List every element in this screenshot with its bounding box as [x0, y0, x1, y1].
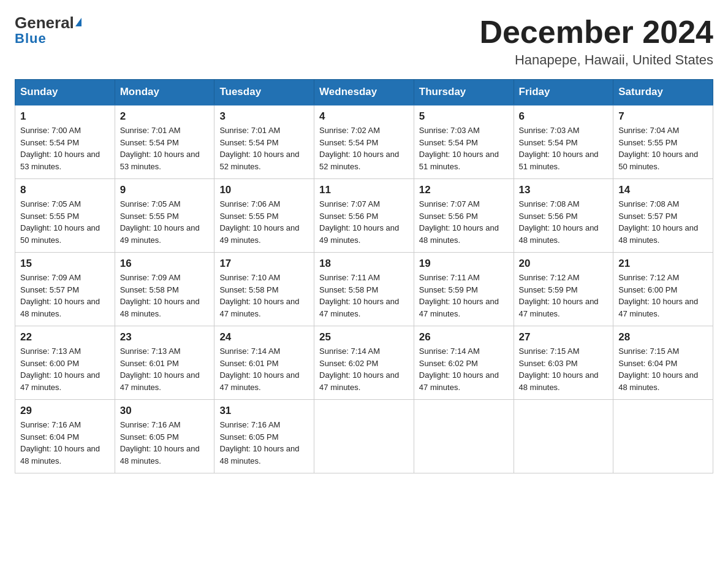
day-info: Sunrise: 7:13 AMSunset: 6:01 PMDaylight:… — [120, 345, 210, 393]
day-info: Sunrise: 7:16 AMSunset: 6:05 PMDaylight:… — [120, 419, 210, 467]
day-info: Sunrise: 7:07 AMSunset: 5:56 PMDaylight:… — [319, 198, 409, 246]
day-info: Sunrise: 7:00 AMSunset: 5:54 PMDaylight:… — [20, 124, 110, 172]
day-number: 7 — [618, 110, 708, 123]
calendar-cell: 7Sunrise: 7:04 AMSunset: 5:55 PMDaylight… — [613, 105, 713, 179]
day-number: 13 — [519, 184, 609, 196]
calendar-cell: 13Sunrise: 7:08 AMSunset: 5:56 PMDayligh… — [514, 179, 613, 253]
day-info: Sunrise: 7:05 AMSunset: 5:55 PMDaylight:… — [120, 198, 210, 246]
day-number: 25 — [319, 331, 409, 343]
day-number: 12 — [419, 184, 509, 196]
day-info: Sunrise: 7:16 AMSunset: 6:05 PMDaylight:… — [219, 419, 309, 467]
day-info: Sunrise: 7:01 AMSunset: 5:54 PMDaylight:… — [120, 124, 210, 172]
day-number: 23 — [120, 331, 210, 343]
calendar-cell: 25Sunrise: 7:14 AMSunset: 6:02 PMDayligh… — [314, 326, 414, 400]
day-number: 6 — [519, 110, 609, 123]
calendar-cell — [414, 400, 514, 473]
day-info: Sunrise: 7:09 AMSunset: 5:57 PMDaylight:… — [20, 272, 110, 320]
day-info: Sunrise: 7:03 AMSunset: 5:54 PMDaylight:… — [519, 124, 609, 172]
calendar-cell: 26Sunrise: 7:14 AMSunset: 6:02 PMDayligh… — [414, 326, 514, 400]
calendar-cell — [613, 400, 713, 473]
calendar-cell: 20Sunrise: 7:12 AMSunset: 5:59 PMDayligh… — [514, 253, 613, 326]
header-monday: Monday — [115, 80, 214, 105]
day-number: 2 — [120, 110, 210, 123]
month-title: December 2024 — [479, 15, 713, 50]
header-friday: Friday — [514, 80, 613, 105]
day-info: Sunrise: 7:11 AMSunset: 5:59 PMDaylight:… — [419, 272, 509, 320]
day-info: Sunrise: 7:01 AMSunset: 5:54 PMDaylight:… — [219, 124, 309, 172]
calendar-cell: 15Sunrise: 7:09 AMSunset: 5:57 PMDayligh… — [15, 253, 115, 326]
logo-triangle-icon — [75, 18, 82, 26]
calendar-cell: 18Sunrise: 7:11 AMSunset: 5:58 PMDayligh… — [314, 253, 414, 326]
day-info: Sunrise: 7:04 AMSunset: 5:55 PMDaylight:… — [618, 124, 708, 172]
day-number: 26 — [419, 331, 509, 343]
calendar-cell: 6Sunrise: 7:03 AMSunset: 5:54 PMDaylight… — [514, 105, 613, 179]
day-info: Sunrise: 7:14 AMSunset: 6:02 PMDaylight:… — [319, 345, 409, 393]
day-number: 22 — [20, 331, 110, 343]
day-info: Sunrise: 7:14 AMSunset: 6:02 PMDaylight:… — [419, 345, 509, 393]
calendar-cell: 8Sunrise: 7:05 AMSunset: 5:55 PMDaylight… — [15, 179, 115, 253]
day-number: 17 — [219, 258, 309, 270]
day-number: 9 — [120, 184, 210, 196]
calendar-cell: 1Sunrise: 7:00 AMSunset: 5:54 PMDaylight… — [15, 105, 115, 179]
calendar-cell: 14Sunrise: 7:08 AMSunset: 5:57 PMDayligh… — [613, 179, 713, 253]
day-info: Sunrise: 7:15 AMSunset: 6:03 PMDaylight:… — [519, 345, 609, 393]
location-title: Hanapepe, Hawaii, United States — [479, 52, 713, 68]
calendar-cell — [514, 400, 613, 473]
day-info: Sunrise: 7:07 AMSunset: 5:56 PMDaylight:… — [419, 198, 509, 246]
calendar-week-row: 1Sunrise: 7:00 AMSunset: 5:54 PMDaylight… — [15, 105, 713, 179]
calendar-cell: 31Sunrise: 7:16 AMSunset: 6:05 PMDayligh… — [214, 400, 314, 473]
calendar-cell: 12Sunrise: 7:07 AMSunset: 5:56 PMDayligh… — [414, 179, 514, 253]
day-info: Sunrise: 7:08 AMSunset: 5:56 PMDaylight:… — [519, 198, 609, 246]
logo: General Blue — [15, 15, 82, 45]
day-info: Sunrise: 7:14 AMSunset: 6:01 PMDaylight:… — [219, 345, 309, 393]
day-info: Sunrise: 7:16 AMSunset: 6:04 PMDaylight:… — [20, 419, 110, 467]
day-info: Sunrise: 7:12 AMSunset: 6:00 PMDaylight:… — [618, 272, 708, 320]
calendar-cell: 29Sunrise: 7:16 AMSunset: 6:04 PMDayligh… — [15, 400, 115, 473]
calendar-cell: 23Sunrise: 7:13 AMSunset: 6:01 PMDayligh… — [115, 326, 214, 400]
day-number: 27 — [519, 331, 609, 343]
header-thursday: Thursday — [414, 80, 514, 105]
day-info: Sunrise: 7:15 AMSunset: 6:04 PMDaylight:… — [618, 345, 708, 393]
calendar-cell: 27Sunrise: 7:15 AMSunset: 6:03 PMDayligh… — [514, 326, 613, 400]
day-info: Sunrise: 7:12 AMSunset: 5:59 PMDaylight:… — [519, 272, 609, 320]
title-block: December 2024 Hanapepe, Hawaii, United S… — [479, 15, 713, 68]
day-number: 16 — [120, 258, 210, 270]
day-number: 11 — [319, 184, 409, 196]
day-number: 30 — [120, 405, 210, 417]
day-number: 15 — [20, 258, 110, 270]
calendar-cell: 21Sunrise: 7:12 AMSunset: 6:00 PMDayligh… — [613, 253, 713, 326]
day-number: 10 — [219, 184, 309, 196]
calendar-cell: 4Sunrise: 7:02 AMSunset: 5:54 PMDaylight… — [314, 105, 414, 179]
header-sunday: Sunday — [15, 80, 115, 105]
calendar-cell: 30Sunrise: 7:16 AMSunset: 6:05 PMDayligh… — [115, 400, 214, 473]
calendar-cell: 22Sunrise: 7:13 AMSunset: 6:00 PMDayligh… — [15, 326, 115, 400]
calendar-cell: 16Sunrise: 7:09 AMSunset: 5:58 PMDayligh… — [115, 253, 214, 326]
page-header: General Blue December 2024 Hanapepe, Haw… — [15, 15, 713, 68]
header-wednesday: Wednesday — [314, 80, 414, 105]
calendar-cell: 10Sunrise: 7:06 AMSunset: 5:55 PMDayligh… — [214, 179, 314, 253]
day-number: 18 — [319, 258, 409, 270]
day-info: Sunrise: 7:02 AMSunset: 5:54 PMDaylight:… — [319, 124, 409, 172]
day-number: 1 — [20, 110, 110, 123]
calendar-week-row: 8Sunrise: 7:05 AMSunset: 5:55 PMDaylight… — [15, 179, 713, 253]
calendar-cell: 28Sunrise: 7:15 AMSunset: 6:04 PMDayligh… — [613, 326, 713, 400]
calendar-cell: 19Sunrise: 7:11 AMSunset: 5:59 PMDayligh… — [414, 253, 514, 326]
calendar-week-row: 29Sunrise: 7:16 AMSunset: 6:04 PMDayligh… — [15, 400, 713, 473]
calendar-cell: 3Sunrise: 7:01 AMSunset: 5:54 PMDaylight… — [214, 105, 314, 179]
calendar-cell: 2Sunrise: 7:01 AMSunset: 5:54 PMDaylight… — [115, 105, 214, 179]
day-number: 5 — [419, 110, 509, 123]
calendar-cell: 11Sunrise: 7:07 AMSunset: 5:56 PMDayligh… — [314, 179, 414, 253]
calendar-cell: 9Sunrise: 7:05 AMSunset: 5:55 PMDaylight… — [115, 179, 214, 253]
header-tuesday: Tuesday — [214, 80, 314, 105]
day-number: 8 — [20, 184, 110, 196]
day-number: 24 — [219, 331, 309, 343]
day-info: Sunrise: 7:08 AMSunset: 5:57 PMDaylight:… — [618, 198, 708, 246]
day-info: Sunrise: 7:06 AMSunset: 5:55 PMDaylight:… — [219, 198, 309, 246]
day-number: 29 — [20, 405, 110, 417]
calendar-header-row: SundayMondayTuesdayWednesdayThursdayFrid… — [15, 80, 713, 105]
day-number: 4 — [319, 110, 409, 123]
day-info: Sunrise: 7:03 AMSunset: 5:54 PMDaylight:… — [419, 124, 509, 172]
calendar-cell: 5Sunrise: 7:03 AMSunset: 5:54 PMDaylight… — [414, 105, 514, 179]
day-number: 20 — [519, 258, 609, 270]
calendar-cell — [314, 400, 414, 473]
